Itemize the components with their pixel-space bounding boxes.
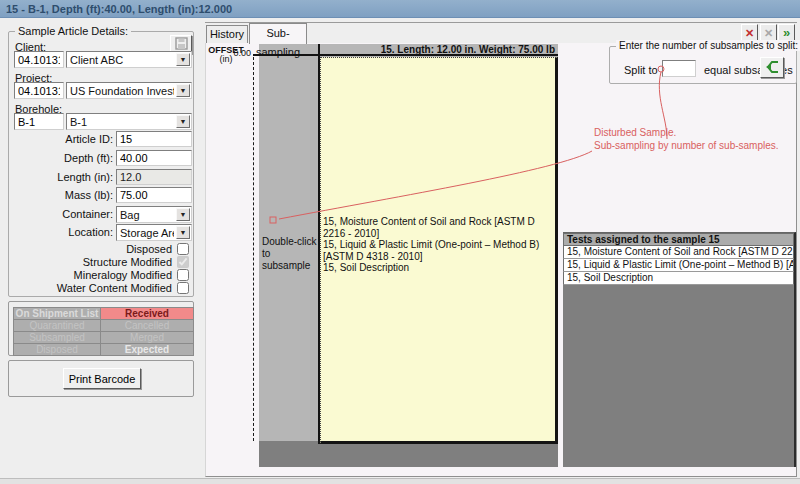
tests-assigned-row[interactable]: 15, Liquid & Plastic Limit (One-point – …	[563, 259, 794, 272]
annotation-text-line2: Sub-sampling by number of sub-samples.	[594, 139, 779, 152]
annotation-text-line1: Disturbed Sample.	[594, 126, 676, 139]
client-select[interactable]: Client ABC ▼	[66, 51, 192, 68]
sample-test-item: 15, Soil Description	[323, 262, 556, 274]
project-select-value: US Foundation Investigation	[70, 85, 174, 97]
client-select-value: Client ABC	[70, 54, 174, 66]
tab-sub-sampling[interactable]: Sub-sampling	[249, 23, 307, 44]
status-cell-cancelled: Cancelled	[101, 320, 193, 331]
print-barcode-button[interactable]: Print Barcode	[63, 368, 141, 389]
chevron-down-icon[interactable]: ▼	[176, 53, 190, 66]
delete-x-disabled-icon: ✕	[764, 27, 773, 39]
status-cell-received: Received	[101, 308, 193, 319]
chevron-down-icon[interactable]: ▼	[176, 84, 190, 97]
disposed-checkbox-label: Disposed	[9, 243, 172, 255]
split-to-label: Split to	[624, 64, 658, 76]
proceed-button[interactable]: »	[778, 24, 795, 41]
water-content-modified-checkbox[interactable]	[177, 282, 189, 294]
container-label: Container:	[9, 208, 113, 220]
borehole-select[interactable]: B-1 ▼	[66, 113, 192, 130]
status-cell-quarantined: Quarantined	[14, 320, 100, 331]
double-click-hint-line2: subsample	[262, 260, 318, 272]
sample-test-item: 15, Liquid & Plastic Limit (One-point – …	[323, 239, 556, 262]
delete-subsample-button[interactable]: ✕	[741, 24, 758, 41]
status-grid: On Shipment List Received Quarantined Ca…	[13, 307, 194, 356]
project-code-input[interactable]	[14, 82, 64, 99]
window-bottom-strip	[0, 478, 800, 484]
sample-test-item: 15, Moisture Content of Soil and Rock [A…	[323, 216, 556, 239]
floppy-disk-icon	[175, 37, 188, 50]
status-cell-expected: Expected	[101, 344, 193, 355]
borehole-select-value: B-1	[70, 116, 174, 128]
length-input	[116, 169, 192, 185]
tests-assigned-row[interactable]: 15, Soil Description	[563, 272, 794, 285]
sample-details-legend: Sample Article Details:	[15, 25, 131, 37]
status-cell-disposed: Disposed	[14, 344, 100, 355]
print-panel: Print Barcode	[8, 360, 194, 397]
depth-input[interactable]	[116, 150, 192, 166]
mass-label: Mass (lb):	[9, 189, 113, 201]
split-groupbox: Enter the number of subsamples to split:…	[609, 46, 797, 84]
diagram-vertical-divider	[318, 44, 320, 444]
sample-diagram-canvas: 15. Length: 12.00 in. Weight: 75.00 lb D…	[259, 44, 558, 467]
structure-modified-checkbox-label: Structure Modified	[9, 256, 172, 268]
split-button[interactable]	[760, 57, 784, 78]
tests-assigned-header: Tests assigned to the sample 15	[563, 233, 794, 246]
length-label: Length (in):	[9, 171, 113, 183]
delete-all-button-disabled: ✕	[760, 24, 777, 41]
tab-history[interactable]: History	[206, 25, 248, 43]
window-title-bar: 15 - B-1, Depth (ft):40.00, Length (in):…	[0, 0, 800, 18]
status-panel: On Shipment List Received Quarantined Ca…	[8, 301, 194, 356]
structure-modified-checkbox	[177, 256, 189, 268]
split-groupbox-legend: Enter the number of subsamples to split:	[616, 40, 800, 51]
delete-x-icon: ✕	[745, 27, 754, 39]
client-code-input[interactable]	[14, 51, 64, 68]
subsample-count-input[interactable]	[662, 60, 696, 77]
status-cell-subsampled: Subsampled	[14, 332, 100, 343]
article-id-label: Article ID:	[9, 133, 113, 145]
container-select[interactable]: Bag ▼	[116, 206, 192, 223]
double-click-hint: Double-click to subsample	[262, 236, 318, 272]
offset-tick-0: 0.00	[229, 48, 251, 58]
application-window: 15 - B-1, Depth (ft):40.00, Length (in):…	[0, 0, 800, 484]
depth-label: Depth (ft):	[9, 152, 113, 164]
location-select[interactable]: Storage Area ▼	[116, 224, 192, 241]
container-select-value: Bag	[120, 209, 174, 221]
mineralogy-modified-checkbox-label: Mineralogy Modified	[9, 269, 172, 281]
disposed-checkbox[interactable]	[177, 243, 189, 255]
chevron-down-icon[interactable]: ▼	[176, 115, 190, 128]
tests-assigned-row[interactable]: 15, Moisture Content of Soil and Rock [A…	[563, 246, 794, 259]
project-select[interactable]: US Foundation Investigation ▼	[66, 82, 192, 99]
split-arrows-green-icon	[765, 60, 780, 74]
status-cell-on-shipment-list: On Shipment List	[14, 308, 100, 319]
sub-sampling-tab-page: OFFSET (in) 0.00 15. Length: 12.00 in. W…	[205, 43, 797, 477]
mineralogy-modified-checkbox[interactable]	[177, 269, 189, 281]
sample-tests-text: 15, Moisture Content of Soil and Rock [A…	[323, 216, 556, 274]
green-forward-arrows-icon: »	[783, 25, 790, 40]
sample-details-groupbox: Sample Article Details: Client: Client A…	[8, 31, 194, 297]
mass-input[interactable]	[116, 187, 192, 203]
water-content-modified-checkbox-label: Water Content Modified	[9, 282, 172, 294]
double-click-hint-line1: Double-click to	[262, 236, 318, 260]
chevron-down-icon[interactable]: ▼	[176, 208, 190, 221]
tests-assigned-panel: Tests assigned to the sample 15 15, Mois…	[563, 232, 796, 467]
location-label: Location:	[9, 226, 113, 238]
status-cell-merged: Merged	[101, 332, 193, 343]
offset-axis-dashed-line	[253, 57, 254, 441]
article-id-input[interactable]	[116, 131, 192, 147]
location-select-value: Storage Area	[120, 227, 174, 239]
borehole-code-input[interactable]	[14, 113, 64, 130]
chevron-down-icon[interactable]: ▼	[176, 226, 190, 239]
